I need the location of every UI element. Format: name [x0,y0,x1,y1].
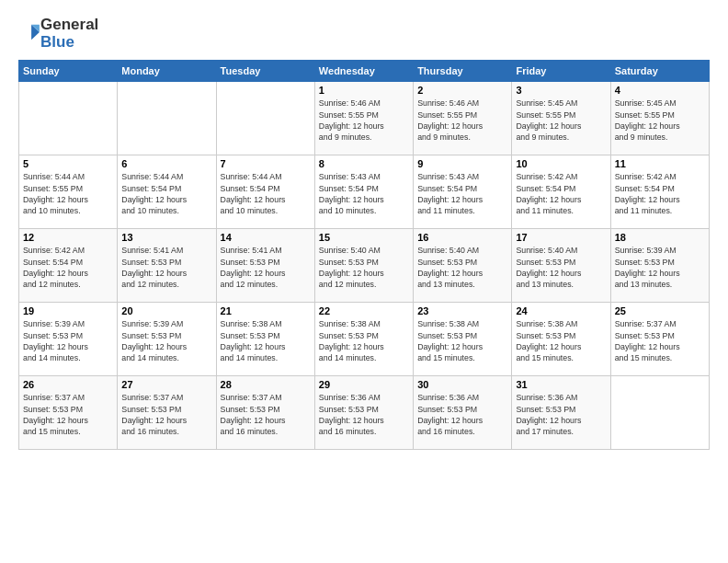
day-info: Sunrise: 5:45 AM Sunset: 5:55 PM Dayligh… [516,98,606,143]
day-cell: 8Sunrise: 5:43 AM Sunset: 5:54 PM Daylig… [314,155,413,229]
day-number: 18 [615,232,705,243]
day-info: Sunrise: 5:36 AM Sunset: 5:53 PM Dayligh… [417,392,507,437]
day-number: 8 [319,158,409,169]
day-cell: 28Sunrise: 5:37 AM Sunset: 5:53 PM Dayli… [216,376,314,450]
header-cell-friday: Friday [512,61,610,82]
day-cell: 30Sunrise: 5:36 AM Sunset: 5:53 PM Dayli… [414,376,512,450]
day-info: Sunrise: 5:37 AM Sunset: 5:53 PM Dayligh… [221,392,311,437]
day-number: 27 [121,379,211,390]
header: General Blue [18,17,710,51]
day-cell: 5Sunrise: 5:44 AM Sunset: 5:55 PM Daylig… [19,155,118,229]
day-number: 9 [417,158,507,169]
day-number: 30 [417,379,507,390]
day-cell: 2Sunrise: 5:46 AM Sunset: 5:55 PM Daylig… [414,82,512,155]
day-number: 5 [23,158,113,169]
week-row-5: 26Sunrise: 5:37 AM Sunset: 5:53 PM Dayli… [19,376,710,450]
header-cell-wednesday: Wednesday [314,61,413,82]
day-info: Sunrise: 5:41 AM Sunset: 5:53 PM Dayligh… [221,245,311,290]
day-number: 6 [121,158,211,169]
day-cell [19,82,118,155]
day-cell: 4Sunrise: 5:45 AM Sunset: 5:55 PM Daylig… [610,82,709,155]
day-cell: 25Sunrise: 5:37 AM Sunset: 5:53 PM Dayli… [610,303,709,376]
day-cell: 31Sunrise: 5:36 AM Sunset: 5:53 PM Dayli… [512,376,610,450]
day-number: 1 [319,85,409,96]
day-info: Sunrise: 5:43 AM Sunset: 5:54 PM Dayligh… [417,171,507,216]
day-cell: 13Sunrise: 5:41 AM Sunset: 5:53 PM Dayli… [118,229,216,303]
header-cell-saturday: Saturday [610,61,709,82]
day-info: Sunrise: 5:38 AM Sunset: 5:53 PM Dayligh… [319,318,409,363]
day-cell: 29Sunrise: 5:36 AM Sunset: 5:53 PM Dayli… [314,376,413,450]
day-number: 25 [615,305,705,316]
day-cell: 9Sunrise: 5:43 AM Sunset: 5:54 PM Daylig… [414,155,512,229]
day-number: 10 [516,158,606,169]
day-info: Sunrise: 5:38 AM Sunset: 5:53 PM Dayligh… [417,318,507,363]
day-info: Sunrise: 5:37 AM Sunset: 5:53 PM Dayligh… [615,318,705,363]
calendar-table: SundayMondayTuesdayWednesdayThursdayFrid… [18,60,710,450]
day-cell: 22Sunrise: 5:38 AM Sunset: 5:53 PM Dayli… [314,303,413,376]
calendar-header: SundayMondayTuesdayWednesdayThursdayFrid… [19,61,710,82]
day-cell: 17Sunrise: 5:40 AM Sunset: 5:53 PM Dayli… [512,229,610,303]
day-cell: 3Sunrise: 5:45 AM Sunset: 5:55 PM Daylig… [512,82,610,155]
day-number: 20 [121,305,211,316]
day-number: 17 [516,232,606,243]
day-number: 19 [23,305,113,316]
day-cell: 20Sunrise: 5:39 AM Sunset: 5:53 PM Dayli… [118,303,216,376]
day-cell: 18Sunrise: 5:39 AM Sunset: 5:53 PM Dayli… [610,229,709,303]
day-number: 22 [319,305,409,316]
day-info: Sunrise: 5:39 AM Sunset: 5:53 PM Dayligh… [615,245,705,290]
day-number: 29 [319,379,409,390]
day-number: 16 [417,232,507,243]
day-info: Sunrise: 5:38 AM Sunset: 5:53 PM Dayligh… [221,318,311,363]
week-row-2: 5Sunrise: 5:44 AM Sunset: 5:55 PM Daylig… [19,155,710,229]
day-cell: 21Sunrise: 5:38 AM Sunset: 5:53 PM Dayli… [216,303,314,376]
week-row-4: 19Sunrise: 5:39 AM Sunset: 5:53 PM Dayli… [19,303,710,376]
day-number: 2 [417,85,507,96]
header-cell-thursday: Thursday [414,61,512,82]
day-cell: 16Sunrise: 5:40 AM Sunset: 5:53 PM Dayli… [414,229,512,303]
day-cell: 14Sunrise: 5:41 AM Sunset: 5:53 PM Dayli… [216,229,314,303]
day-cell: 23Sunrise: 5:38 AM Sunset: 5:53 PM Dayli… [414,303,512,376]
day-info: Sunrise: 5:42 AM Sunset: 5:54 PM Dayligh… [516,171,606,216]
day-cell: 24Sunrise: 5:38 AM Sunset: 5:53 PM Dayli… [512,303,610,376]
header-row: SundayMondayTuesdayWednesdayThursdayFrid… [19,61,710,82]
day-info: Sunrise: 5:46 AM Sunset: 5:55 PM Dayligh… [319,98,409,143]
page: General Blue SundayMondayTuesdayWednesda… [0,0,728,563]
day-cell: 7Sunrise: 5:44 AM Sunset: 5:54 PM Daylig… [216,155,314,229]
calendar-body: 1Sunrise: 5:46 AM Sunset: 5:55 PM Daylig… [19,82,710,450]
day-info: Sunrise: 5:44 AM Sunset: 5:54 PM Dayligh… [221,171,311,216]
day-number: 7 [221,158,311,169]
day-cell: 10Sunrise: 5:42 AM Sunset: 5:54 PM Dayli… [512,155,610,229]
day-number: 23 [417,305,507,316]
logo: General Blue [18,17,98,51]
day-info: Sunrise: 5:40 AM Sunset: 5:53 PM Dayligh… [417,245,507,290]
day-info: Sunrise: 5:36 AM Sunset: 5:53 PM Dayligh… [319,392,409,437]
day-number: 4 [615,85,705,96]
day-number: 13 [121,232,211,243]
day-cell: 1Sunrise: 5:46 AM Sunset: 5:55 PM Daylig… [314,82,413,155]
day-number: 12 [23,232,113,243]
day-cell [216,82,314,155]
day-info: Sunrise: 5:37 AM Sunset: 5:53 PM Dayligh… [121,392,211,437]
day-cell [118,82,216,155]
day-info: Sunrise: 5:42 AM Sunset: 5:54 PM Dayligh… [23,245,113,290]
logo-icon [20,22,40,42]
day-info: Sunrise: 5:46 AM Sunset: 5:55 PM Dayligh… [417,98,507,143]
day-number: 15 [319,232,409,243]
day-info: Sunrise: 5:40 AM Sunset: 5:53 PM Dayligh… [319,245,409,290]
day-number: 11 [615,158,705,169]
header-cell-monday: Monday [118,61,216,82]
day-cell: 15Sunrise: 5:40 AM Sunset: 5:53 PM Dayli… [314,229,413,303]
day-number: 28 [221,379,311,390]
day-number: 3 [516,85,606,96]
day-cell: 27Sunrise: 5:37 AM Sunset: 5:53 PM Dayli… [118,376,216,450]
day-info: Sunrise: 5:38 AM Sunset: 5:53 PM Dayligh… [516,318,606,363]
day-info: Sunrise: 5:39 AM Sunset: 5:53 PM Dayligh… [23,318,113,363]
day-number: 21 [221,305,311,316]
day-info: Sunrise: 5:44 AM Sunset: 5:55 PM Dayligh… [23,171,113,216]
day-cell: 11Sunrise: 5:42 AM Sunset: 5:54 PM Dayli… [610,155,709,229]
week-row-1: 1Sunrise: 5:46 AM Sunset: 5:55 PM Daylig… [19,82,710,155]
day-info: Sunrise: 5:37 AM Sunset: 5:53 PM Dayligh… [23,392,113,437]
day-info: Sunrise: 5:36 AM Sunset: 5:53 PM Dayligh… [516,392,606,437]
day-cell: 19Sunrise: 5:39 AM Sunset: 5:53 PM Dayli… [19,303,118,376]
day-cell: 6Sunrise: 5:44 AM Sunset: 5:54 PM Daylig… [118,155,216,229]
